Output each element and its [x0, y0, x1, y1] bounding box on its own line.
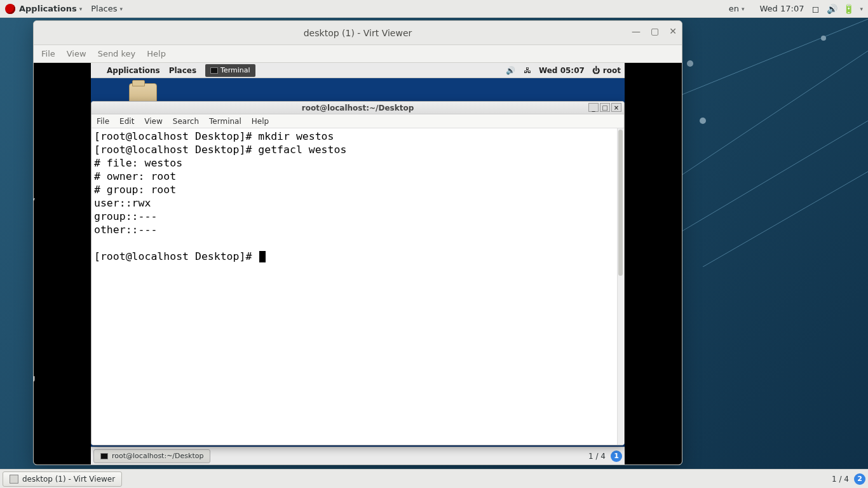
- terminal-icon: [100, 453, 108, 459]
- terminal-menu-file[interactable]: File: [97, 117, 109, 126]
- close-button[interactable]: ×: [611, 103, 621, 112]
- guest-task-terminal[interactable]: Terminal: [205, 64, 255, 77]
- host-task-button[interactable]: desktop (1) - Virt Viewer: [3, 471, 122, 487]
- svg-point-6: [821, 36, 826, 41]
- window-icon: [10, 475, 18, 484]
- clipped-letter-1: V: [33, 196, 35, 206]
- terminal-menubar: File Edit View Search Terminal Help: [92, 114, 624, 128]
- guest-task-terminal-label: Terminal: [220, 66, 250, 74]
- guest-screen: V U Applications Places Terminal 🔊 🖧 Wed…: [34, 63, 682, 464]
- network-icon[interactable]: 🖧: [522, 65, 532, 76]
- scrollbar-thumb[interactable]: [618, 130, 623, 276]
- virt-menu-view[interactable]: View: [67, 49, 86, 58]
- guest-taskbar: root@localhost:~/Desktop 1 / 4 1: [91, 447, 625, 464]
- guest-user-label: root: [603, 66, 621, 75]
- terminal-body[interactable]: [root@localhost Desktop]# mkdir westos […: [92, 128, 624, 445]
- virt-titlebar[interactable]: desktop (1) - Virt Viewer — ▢ ✕: [34, 21, 682, 45]
- maximize-button[interactable]: □: [600, 103, 610, 112]
- virt-viewer-window: desktop (1) - Virt Viewer — ▢ ✕ File Vie…: [33, 20, 682, 465]
- scrollbar[interactable]: [617, 128, 623, 445]
- host-task-label: desktop (1) - Virt Viewer: [22, 475, 115, 484]
- terminal-menu-help[interactable]: Help: [252, 117, 269, 126]
- terminal-title: root@localhost:~/Desktop: [302, 104, 414, 112]
- virt-menu-file[interactable]: File: [41, 49, 55, 58]
- close-button[interactable]: ✕: [669, 26, 677, 36]
- terminal-icon: [210, 67, 218, 74]
- host-topbar: Applications ▾ Places ▾ en ▾ Wed 17:07 ◻…: [0, 0, 868, 18]
- svg-point-4: [687, 60, 693, 67]
- power-icon: ⏻: [591, 65, 601, 76]
- host-lang-indicator[interactable]: en ▾: [729, 4, 745, 13]
- virt-menu-sendkey[interactable]: Send key: [98, 49, 136, 58]
- virt-menu-help[interactable]: Help: [147, 49, 166, 58]
- volume-icon[interactable]: 🔊: [827, 4, 837, 14]
- guest-clock[interactable]: Wed 05:07: [539, 66, 585, 75]
- host-menu-applications-label: Applications: [19, 4, 77, 13]
- a11y-icon[interactable]: ◻: [810, 4, 820, 14]
- terminal-output: [root@localhost Desktop]# mkdir westos […: [94, 130, 621, 263]
- svg-line-1: [677, 51, 868, 178]
- host-lang-label: en: [729, 4, 739, 13]
- host-taskbar: desktop (1) - Virt Viewer 1 / 4 2: [0, 469, 868, 488]
- guest-user-menu[interactable]: ⏻ root: [591, 65, 621, 76]
- svg-line-3: [703, 172, 868, 267]
- svg-line-0: [665, 19, 868, 102]
- terminal-titlebar[interactable]: root@localhost:~/Desktop _ □ ×: [92, 102, 624, 114]
- battery-icon[interactable]: 🔋: [843, 4, 853, 14]
- desktop-abstract-lines: [665, 13, 868, 267]
- guest-task-button[interactable]: root@localhost:~/Desktop: [93, 449, 210, 463]
- host-workspace-indicator: 1 / 4: [832, 475, 849, 484]
- host-menu-places[interactable]: Places ▾: [91, 4, 123, 13]
- host-clock[interactable]: Wed 17:07: [760, 4, 804, 13]
- host-workspace-badge[interactable]: 2: [854, 473, 865, 485]
- chevron-down-icon: ▾: [742, 6, 745, 12]
- guest-menu-places[interactable]: Places: [169, 66, 196, 75]
- virt-menubar: File View Send key Help: [34, 45, 682, 63]
- svg-line-2: [665, 121, 868, 241]
- minimize-button[interactable]: _: [588, 103, 599, 112]
- clipped-letter-2: U: [33, 374, 36, 384]
- terminal-menu-view[interactable]: View: [144, 117, 162, 126]
- maximize-button[interactable]: ▢: [651, 26, 659, 36]
- guest-task-label: root@localhost:~/Desktop: [112, 452, 203, 460]
- guest-menu-applications[interactable]: Applications: [107, 66, 160, 75]
- chevron-down-icon[interactable]: ▾: [860, 6, 863, 12]
- terminal-window: root@localhost:~/Desktop _ □ × File Edit…: [91, 101, 625, 445]
- guest-workspace-badge[interactable]: 1: [611, 451, 622, 462]
- guest-topbar: Applications Places Terminal 🔊 🖧 Wed 05:…: [91, 63, 625, 78]
- terminal-menu-search[interactable]: Search: [173, 117, 199, 126]
- terminal-cursor: [259, 251, 266, 262]
- chevron-down-icon: ▾: [79, 6, 83, 12]
- terminal-menu-edit[interactable]: Edit: [119, 117, 134, 126]
- volume-icon[interactable]: 🔊: [506, 65, 516, 76]
- minimize-button[interactable]: —: [632, 26, 641, 36]
- svg-point-5: [700, 118, 706, 124]
- chevron-down-icon: ▾: [120, 6, 123, 12]
- guest-workspace-indicator: 1 / 4: [588, 452, 606, 461]
- host-menu-places-label: Places: [91, 4, 117, 13]
- host-menu-applications[interactable]: Applications ▾: [19, 4, 82, 13]
- redhat-icon: [95, 66, 104, 75]
- terminal-menu-terminal[interactable]: Terminal: [209, 117, 241, 126]
- redhat-icon: [5, 4, 15, 14]
- virt-title: desktop (1) - Virt Viewer: [304, 28, 412, 38]
